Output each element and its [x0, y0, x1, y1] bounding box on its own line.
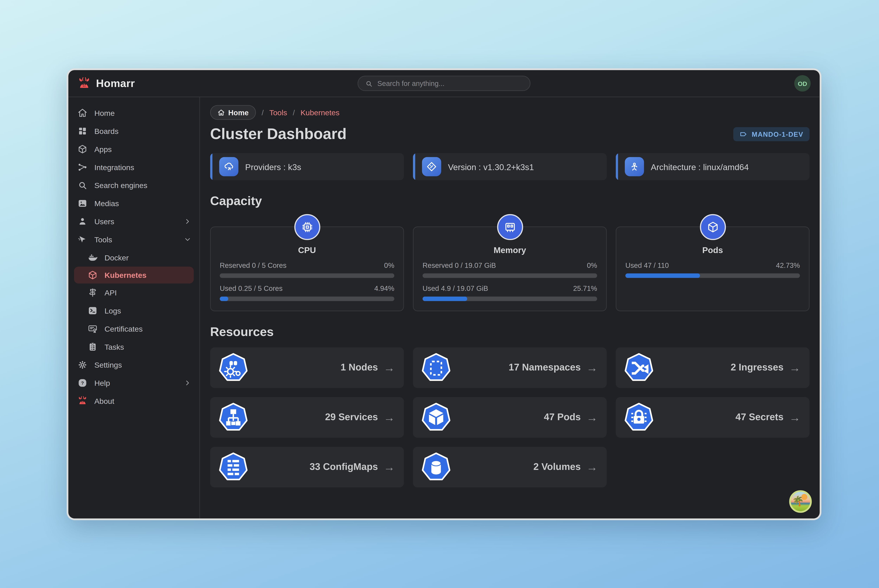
search-bar[interactable]: Search for anything...: [358, 76, 530, 91]
chevron-down-icon: [183, 236, 191, 243]
sidebar-item-label: API: [104, 288, 117, 297]
signpost-icon: [87, 288, 98, 298]
sidebar-item-search-engines[interactable]: Search engines: [68, 176, 200, 194]
progress-track: [423, 297, 597, 301]
cluster-badge: MANDO-1-DEV: [733, 127, 810, 141]
top-bar: Homarr Search for anything... OD: [68, 70, 820, 97]
capacity-card-title: Memory: [423, 245, 597, 255]
sidebar-item-label: Boards: [95, 127, 119, 135]
resource-label: 17 Namespaces: [509, 362, 581, 373]
resource-label: 47 Pods: [544, 412, 581, 423]
arrow-right-icon: →: [789, 362, 801, 373]
capacity-row-percent: 42.73%: [776, 261, 800, 269]
integrations-icon: [77, 162, 87, 172]
sidebar-item-home[interactable]: Home: [68, 104, 200, 122]
sidebar-item-boards[interactable]: Boards: [68, 122, 200, 140]
certificate-icon: [87, 324, 98, 334]
sidebar: Home Boards Apps: [68, 97, 200, 518]
apps-box-icon: [77, 144, 87, 154]
sidebar-item-about[interactable]: About: [68, 392, 200, 410]
breadcrumb-kubernetes[interactable]: Kubernetes: [301, 108, 340, 117]
architecture-card: Architecture : linux/amd64: [616, 153, 810, 180]
k8s-namespace-icon: [421, 352, 451, 384]
svg-text:?: ?: [81, 381, 84, 386]
nodes-card[interactable]: 1 Nodes→: [210, 347, 404, 388]
arrow-right-icon: →: [383, 462, 395, 473]
sidebar-item-kubernetes[interactable]: Kubernetes: [74, 267, 194, 284]
arrow-right-icon: →: [586, 362, 598, 373]
sidebar-item-label: Home: [95, 109, 115, 117]
breadcrumb-tools[interactable]: Tools: [269, 108, 287, 117]
chevron-right-icon: [183, 218, 191, 225]
sidebar-item-tools[interactable]: Tools: [68, 230, 200, 249]
arrow-right-icon: →: [383, 412, 395, 423]
capacity-row-label: Used 0.25 / 5 Cores: [220, 285, 282, 292]
memory-chip-icon: [497, 214, 523, 240]
namespaces-card[interactable]: 17 Namespaces→: [413, 347, 607, 388]
docker-whale-icon: [87, 252, 98, 263]
sidebar-item-label: Users: [95, 217, 114, 226]
resource-label: 47 Secrets: [736, 412, 784, 423]
k8s-node-icon: [218, 352, 249, 384]
capacity-row-percent: 25.71%: [573, 285, 597, 292]
sidebar-item-label: Certificates: [104, 325, 143, 333]
sidebar-item-api[interactable]: API: [68, 284, 200, 302]
sidebar-item-apps[interactable]: Apps: [68, 140, 200, 158]
kubernetes-package-icon: [87, 270, 98, 280]
sidebar-item-certificates[interactable]: Certificates: [68, 320, 200, 338]
memory-capacity-card: Memory Reserved 0 / 19.07 GiB0% Used 4.9…: [413, 226, 607, 311]
sidebar-item-label: Medias: [95, 199, 119, 207]
k8s-pod-icon: [421, 402, 451, 433]
search-icon: [77, 180, 87, 190]
app-title: Homarr: [96, 77, 135, 90]
version-diamond-icon: [422, 157, 441, 176]
secrets-card[interactable]: 47 Secrets→: [616, 397, 810, 438]
version-card: Version : v1.30.2+k3s1: [413, 153, 607, 180]
homarr-logo-icon: [77, 76, 91, 90]
k8s-volume-icon: [421, 451, 451, 483]
app-brand: Homarr: [77, 76, 135, 90]
volumes-card[interactable]: 2 Volumes→: [413, 447, 607, 487]
breadcrumb-home[interactable]: Home: [210, 105, 256, 120]
sidebar-item-tasks[interactable]: Tasks: [68, 338, 200, 356]
configmaps-card[interactable]: 33 ConfigMaps→: [210, 447, 404, 487]
home-icon: [218, 109, 225, 116]
sidebar-item-help[interactable]: ? Help: [68, 374, 200, 392]
chevron-right-icon: [183, 379, 191, 387]
pods-capacity-card: Pods Used 47 / 11042.73%: [616, 226, 810, 311]
capacity-card-title: CPU: [220, 245, 394, 255]
sidebar-item-label: Logs: [104, 306, 121, 315]
progress-track: [220, 297, 394, 301]
resource-label: 1 Nodes: [341, 362, 378, 373]
tropical-island-sticker[interactable]: 🌴: [789, 490, 812, 513]
boards-icon: [77, 126, 87, 136]
arrow-right-icon: →: [383, 362, 395, 373]
sidebar-item-settings[interactable]: Settings: [68, 356, 200, 374]
capacity-heading: Capacity: [210, 194, 809, 208]
capacity-row: CPU Reserved 0 / 5 Cores0% Used 0.25 / 5…: [210, 226, 809, 311]
sidebar-item-logs[interactable]: Logs: [68, 302, 200, 320]
search-placeholder: Search for anything...: [377, 80, 445, 87]
avatar[interactable]: OD: [794, 75, 811, 92]
services-card[interactable]: 29 Services→: [210, 397, 404, 438]
sidebar-item-integrations[interactable]: Integrations: [68, 158, 200, 176]
breadcrumb: Home / Tools / Kubernetes: [210, 105, 809, 120]
k8s-secret-icon: [624, 402, 654, 433]
capacity-card-title: Pods: [625, 245, 800, 255]
pods-card[interactable]: 47 Pods→: [413, 397, 607, 438]
sidebar-item-label: Help: [95, 379, 110, 387]
sidebar-item-docker[interactable]: Docker: [68, 249, 200, 267]
crab-icon: [77, 396, 87, 406]
ingresses-card[interactable]: 2 Ingresses→: [616, 347, 810, 388]
sidebar-item-medias[interactable]: Medias: [68, 194, 200, 213]
sidebar-item-label: About: [95, 397, 114, 405]
providers-label: Providers : k3s: [245, 162, 301, 171]
sidebar-item-users[interactable]: Users: [68, 213, 200, 231]
resource-label: 2 Ingresses: [731, 362, 784, 373]
help-circle-icon: ?: [77, 378, 87, 388]
sidebar-item-label: Tools: [95, 235, 112, 244]
k8s-service-icon: [218, 402, 249, 433]
tag-icon: [739, 130, 748, 138]
capacity-row-percent: 0%: [587, 261, 597, 269]
terminal-icon: [87, 306, 98, 316]
